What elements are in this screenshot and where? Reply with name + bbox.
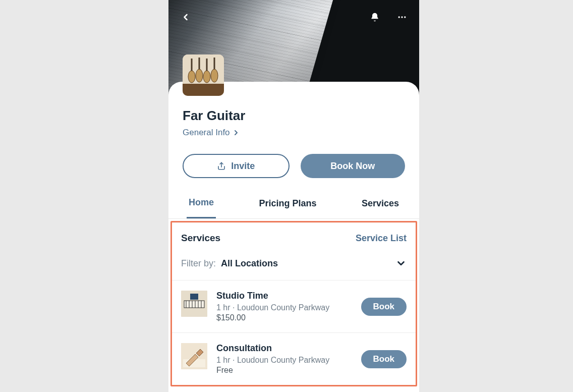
service-info: Consultation 1 hr · Loudoun County Parkw… [216,343,352,375]
hero-topbar [168,9,419,25]
services-section-highlight: Services Service List Filter by: All Loc… [170,221,417,386]
service-item: Studio Time 1 hr · Loudoun County Parkwa… [172,281,416,333]
service-list-link[interactable]: Service List [356,233,407,244]
studio-thumb-image [181,291,207,317]
filter-left: Filter by: All Locations [181,258,278,269]
service-item: Consultation 1 hr · Loudoun County Parkw… [172,333,416,385]
header-right-icons [367,9,410,25]
service-meta: 1 hr · Loudoun County Parkway [216,303,352,312]
services-header: Services Service List [172,222,416,250]
service-name: Studio Time [216,291,352,301]
app-stage: Far Guitar General Info Invite Book Now … [0,0,573,392]
general-info-label: General Info [183,128,230,138]
svg-point-0 [398,16,400,18]
chevron-left-icon [181,12,191,23]
invite-button[interactable]: Invite [183,154,290,178]
invite-label: Invite [231,161,255,172]
phone-frame: Far Guitar General Info Invite Book Now … [168,0,419,392]
service-thumbnail [181,343,207,369]
service-price: $150.00 [216,313,352,322]
book-now-button[interactable]: Book Now [301,154,406,178]
back-button[interactable] [178,9,194,25]
profile-card: Far Guitar General Info Invite Book Now … [168,82,419,386]
services-heading: Services [181,233,220,244]
general-info-link[interactable]: General Info [183,128,240,138]
filter-row[interactable]: Filter by: All Locations [172,250,416,281]
tab-home[interactable]: Home [187,192,216,218]
general-info-row: General Info [168,124,419,138]
avatar [183,54,224,96]
svg-rect-4 [183,84,224,96]
service-info: Studio Time 1 hr · Loudoun County Parkwa… [216,291,352,322]
notifications-button[interactable] [367,9,383,25]
filter-label: Filter by: [181,258,216,269]
tab-pricing-plans[interactable]: Pricing Plans [257,192,318,218]
svg-point-7 [203,71,210,83]
service-price: Free [216,366,352,375]
chevron-right-icon [232,129,240,137]
service-meta: 1 hr · Loudoun County Parkway [216,356,352,365]
filter-value: All Locations [221,258,278,269]
cta-row: Invite Book Now [168,138,419,178]
avatar-image [183,54,224,96]
svg-point-1 [401,16,403,18]
book-button[interactable]: Book [361,350,407,368]
svg-rect-21 [190,294,198,300]
more-button[interactable] [394,9,410,25]
book-now-label: Book Now [330,161,375,172]
svg-point-8 [211,69,218,82]
chevron-down-icon [395,258,407,269]
tab-services[interactable]: Services [360,192,401,218]
more-horizontal-icon [397,11,407,23]
bell-icon [370,12,380,23]
service-thumbnail [181,291,207,317]
consultation-thumb-image [181,343,207,369]
svg-point-5 [188,71,195,83]
tab-bar: Home Pricing Plans Services [168,178,419,219]
share-icon [217,161,226,171]
service-name: Consultation [216,343,352,354]
svg-point-2 [404,16,406,18]
book-button[interactable]: Book [361,298,407,316]
svg-point-6 [196,69,203,82]
